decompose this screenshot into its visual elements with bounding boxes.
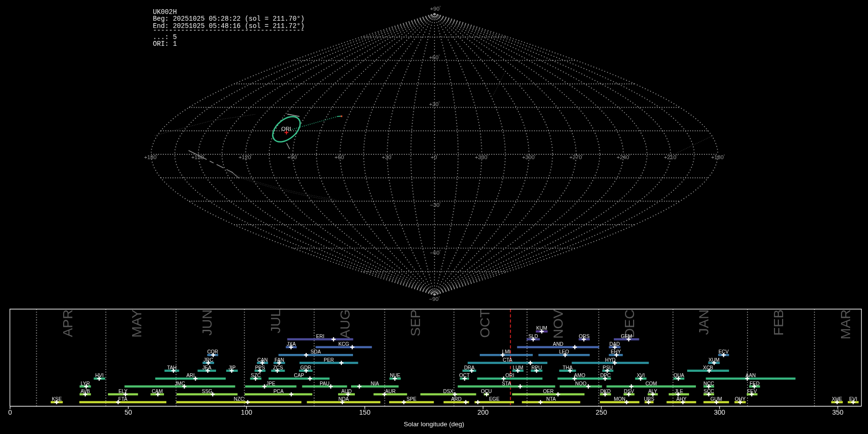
svg-text:JUN: JUN xyxy=(200,310,215,336)
svg-text:ALY: ALY xyxy=(648,389,657,394)
svg-text:UK002H: UK002H xyxy=(153,9,177,16)
svg-text:AMO: AMO xyxy=(574,373,585,378)
svg-text:...: 5: ...: 5 xyxy=(153,34,177,41)
svg-text:ELY: ELY xyxy=(119,389,128,394)
svg-text:GUM: GUM xyxy=(710,396,722,402)
svg-text:NDA: NDA xyxy=(339,396,349,402)
svg-text:KSE: KSE xyxy=(52,396,62,402)
svg-text:MAR: MAR xyxy=(838,310,853,339)
svg-text:AHY: AHY xyxy=(676,396,686,402)
svg-text:SDA: SDA xyxy=(311,349,321,354)
svg-text:------------------------------: -------------------------------------- xyxy=(153,27,305,34)
svg-text:FEB: FEB xyxy=(771,310,786,336)
svg-text:FED: FED xyxy=(749,381,760,386)
svg-text:DSX: DSX xyxy=(443,389,453,394)
svg-text:DPC: DPC xyxy=(600,373,611,378)
svg-text:PAU: PAU xyxy=(320,381,329,386)
svg-text:NUE: NUE xyxy=(390,373,400,378)
svg-text:+30°: +30° xyxy=(429,101,440,107)
svg-text:+120°: +120° xyxy=(239,154,253,160)
svg-text:EHY: EHY xyxy=(611,349,621,354)
svg-text:NCC: NCC xyxy=(704,381,715,386)
svg-text:+300°: +300° xyxy=(522,154,536,160)
svg-text:+330°: +330° xyxy=(475,154,489,160)
svg-text:JIP: JIP xyxy=(229,365,236,370)
svg-text:+180°: +180° xyxy=(711,154,725,160)
svg-text:XHE: XHE xyxy=(832,396,842,402)
svg-text:DSV: DSV xyxy=(624,389,634,394)
svg-text:CTA: CTA xyxy=(503,357,513,363)
svg-text:JAN: JAN xyxy=(696,310,711,335)
svg-text:−90°: −90° xyxy=(429,296,440,302)
svg-text:GEM: GEM xyxy=(621,334,632,339)
svg-text:SLD: SLD xyxy=(529,334,538,339)
svg-text:MAY: MAY xyxy=(129,309,144,338)
svg-text:LYR: LYR xyxy=(81,381,90,386)
svg-text:KCG: KCG xyxy=(339,341,349,347)
svg-text:OER: OER xyxy=(543,389,554,394)
svg-text:200: 200 xyxy=(477,408,489,416)
svg-text:JEA: JEA xyxy=(202,365,211,370)
svg-text:JPE: JPE xyxy=(266,381,275,386)
svg-text:ORI: ORI xyxy=(505,373,514,378)
svg-text:Solar longitude (deg): Solar longitude (deg) xyxy=(404,420,464,428)
svg-text:HYD: HYD xyxy=(605,357,616,363)
svg-text:ORI: ORI xyxy=(281,126,291,132)
svg-text:COM: COM xyxy=(645,381,657,386)
svg-text:+270°: +270° xyxy=(570,154,583,160)
svg-text:NTA: NTA xyxy=(546,396,556,402)
svg-text:Beg: 20251025 05:28:22 (sol =: Beg: 20251025 05:28:22 (sol = 211.70°) xyxy=(153,15,305,23)
svg-text:AUD: AUD xyxy=(341,389,352,394)
svg-text:JXA: JXA xyxy=(287,341,296,347)
svg-text:100: 100 xyxy=(241,408,253,416)
svg-text:NOV: NOV xyxy=(551,309,566,339)
svg-text:+60°: +60° xyxy=(429,54,440,60)
svg-text:150: 150 xyxy=(359,408,371,416)
svg-text:JRC: JRC xyxy=(203,357,214,363)
svg-text:350: 350 xyxy=(832,408,844,416)
svg-text:ORI: 1: ORI: 1 xyxy=(153,41,177,48)
svg-text:HVI: HVI xyxy=(95,373,104,378)
svg-text:XCB: XCB xyxy=(703,365,713,370)
svg-text:DKD: DKD xyxy=(600,389,611,394)
svg-text:EVI: EVI xyxy=(849,396,857,402)
svg-text:OHY: OHY xyxy=(735,396,746,402)
svg-text:OCT: OCT xyxy=(477,310,492,338)
svg-text:GDR: GDR xyxy=(300,365,312,370)
svg-text:COR: COR xyxy=(207,349,218,354)
svg-text:LUM: LUM xyxy=(513,365,523,370)
svg-text:DRA: DRA xyxy=(464,365,475,370)
svg-text:FAN: FAN xyxy=(274,357,284,363)
svg-text:AVB: AVB xyxy=(81,389,90,394)
svg-text:APR: APR xyxy=(60,310,75,338)
svg-text:TAH: TAH xyxy=(167,365,176,370)
svg-text:50: 50 xyxy=(124,408,132,416)
svg-text:STA: STA xyxy=(502,381,511,386)
svg-text:NIA: NIA xyxy=(371,381,379,386)
svg-text:+180°: +180° xyxy=(144,154,158,160)
svg-text:FEV: FEV xyxy=(747,389,757,394)
svg-text:KUM: KUM xyxy=(536,326,547,331)
svg-text:THA: THA xyxy=(563,365,573,370)
svg-text:ZCS: ZCS xyxy=(273,365,283,370)
svg-text:OCU: OCU xyxy=(481,389,492,394)
svg-text:JLE: JLE xyxy=(675,389,683,394)
svg-text:+240°: +240° xyxy=(617,154,631,160)
svg-text:+210°: +210° xyxy=(664,154,678,160)
svg-text:300: 300 xyxy=(714,408,726,416)
svg-text:CAM: CAM xyxy=(152,389,163,394)
svg-text:+60°: +60° xyxy=(335,154,346,160)
svg-text:CAN: CAN xyxy=(258,357,268,363)
svg-text:ERI: ERI xyxy=(316,334,324,339)
svg-text:PCA: PCA xyxy=(273,389,284,394)
svg-text:250: 250 xyxy=(596,408,607,416)
svg-text:PER: PER xyxy=(324,357,334,363)
svg-text:CAP: CAP xyxy=(294,373,304,378)
svg-text:0: 0 xyxy=(8,408,12,416)
svg-text:PSU: PSU xyxy=(603,365,613,370)
svg-text:ARD: ARD xyxy=(451,396,461,402)
svg-text:SPE: SPE xyxy=(407,396,417,402)
svg-text:LEO: LEO xyxy=(559,349,569,354)
svg-text:SEP: SEP xyxy=(408,310,423,337)
svg-text:ECV: ECV xyxy=(719,349,729,354)
